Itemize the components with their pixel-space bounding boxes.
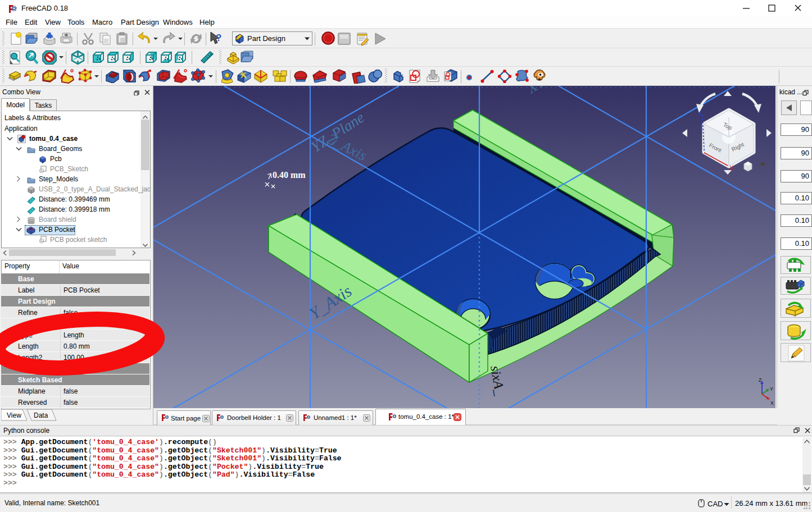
- svg-text:Data: Data: [34, 412, 48, 419]
- svg-text:Y: Y: [770, 386, 773, 392]
- svg-text:0.40 mm: 0.40 mm: [273, 170, 306, 180]
- svg-text:?: ?: [216, 33, 221, 43]
- svg-text:X: X: [770, 400, 774, 406]
- svg-text:Z: Z: [759, 377, 762, 383]
- svg-text:View: View: [7, 412, 21, 419]
